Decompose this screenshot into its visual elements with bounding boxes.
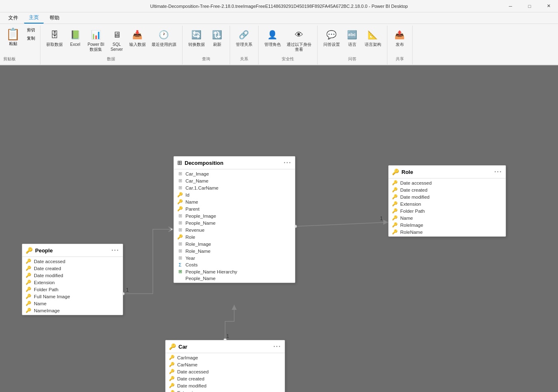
field-role[interactable]: 🔑 Role <box>174 233 295 240</box>
field-car-name[interactable]: ⊞ Car_Name <box>174 177 295 184</box>
p-field-folder-path[interactable]: 🔑 Folder Path <box>22 286 123 293</box>
r-field-roleimage[interactable]: 🔑 RoleImage <box>389 221 506 228</box>
transform-data-button[interactable]: 🔄 转换数据 <box>186 26 207 49</box>
language-icon: 🔤 <box>346 28 359 41</box>
relations-section-label: 关系 <box>240 56 248 64</box>
people-body: 🔑 Date accessed 🔑 Date created 🔑 Date mo… <box>22 257 123 315</box>
field-people-name[interactable]: ⊞ People_Name <box>174 219 295 226</box>
field-parent[interactable]: 🔑 Parent <box>174 205 295 212</box>
input-data-button[interactable]: 📥 输入数据 <box>127 26 148 49</box>
people-table-icon: 🔑 <box>26 247 33 254</box>
r-field-date-created[interactable]: 🔑 Date created <box>389 186 506 193</box>
field-people-image[interactable]: ⊞ People_Image <box>174 212 295 219</box>
qa-settings-icon: 💬 <box>325 28 338 41</box>
c-field-date-created[interactable]: 🔑 Date created <box>166 375 285 382</box>
role-name-label: Role_Name <box>185 249 211 254</box>
field-costs[interactable]: Σ Costs <box>174 261 295 268</box>
field-people-name-child[interactable]: People_Name <box>174 275 295 282</box>
ribbon-query-section: 🔄 转换数据 🔃 刷新 查询 <box>183 26 230 64</box>
field-role-name[interactable]: ⊞ Role_Name <box>174 247 295 254</box>
people-menu[interactable]: ··· <box>112 247 119 254</box>
p-extension-label: Extension <box>34 280 55 285</box>
role-menu[interactable]: ··· <box>494 168 502 176</box>
field-car-image[interactable]: ⊞ Car_Image <box>174 170 295 177</box>
sql-button[interactable]: 🖥 SQLServer <box>108 26 126 54</box>
get-data-button[interactable]: 🗄 获取数据 <box>44 26 65 49</box>
cut-button[interactable]: 剪切 <box>24 26 38 34</box>
language-button[interactable]: 🔤 语言 <box>343 26 361 49</box>
language-schema-button[interactable]: 📐 语言架构 <box>362 26 384 49</box>
ribbon-relations-section: 🔗 管理关系 关系 <box>230 26 259 64</box>
manage-roles-button[interactable]: 👤 管理角色 <box>262 26 283 49</box>
decomposition-menu[interactable]: ··· <box>284 159 292 166</box>
paste-button[interactable]: 📋 粘贴 <box>3 26 23 56</box>
c-date-accessed-label: Date accessed <box>177 369 209 374</box>
recent-sources-button[interactable]: 🕐 最近使用的源 <box>149 26 179 49</box>
field-name[interactable]: 🔑 Name <box>174 198 295 205</box>
menu-home[interactable]: 主页 <box>24 12 44 24</box>
data-section-label: 数据 <box>107 56 115 64</box>
car-menu[interactable]: ··· <box>273 343 281 350</box>
role-header: 🔑 Role ··· <box>389 166 506 178</box>
close-button[interactable]: ✕ <box>539 0 558 12</box>
p-field-extension[interactable]: 🔑 Extension <box>22 279 123 286</box>
parent-label: Parent <box>185 207 199 211</box>
view-as-button[interactable]: 👁 通过以下身份查看 <box>284 26 314 54</box>
p-field-full-name-image[interactable]: 🔑 Full Name Image <box>22 293 123 300</box>
field-role-image[interactable]: ⊞ Role_Image <box>174 240 295 247</box>
r-field-extension[interactable]: 🔑 Extension <box>389 200 506 207</box>
p-field-date-modified[interactable]: 🔑 Date modified <box>22 272 123 279</box>
menu-help[interactable]: 帮助 <box>45 13 64 23</box>
c-date-created-icon: 🔑 <box>169 376 175 381</box>
field-id[interactable]: 🔑 Id <box>174 191 295 198</box>
language-label: 语言 <box>348 42 356 47</box>
p-field-name[interactable]: 🔑 Name <box>22 300 123 307</box>
powerbi-dataset-button[interactable]: 📊 Power BI数据集 <box>85 26 107 54</box>
car-table[interactable]: 🔑 Car ··· 🔑 CarImage 🔑 CarName 🔑 Date ac… <box>165 340 285 392</box>
r-field-date-accessed[interactable]: 🔑 Date accessed <box>389 179 506 186</box>
p-field-date-accessed[interactable]: 🔑 Date accessed <box>22 258 123 265</box>
publish-icon: 📤 <box>393 28 406 41</box>
publish-button[interactable]: 📤 发布 <box>391 26 409 49</box>
people-image-icon: ⊞ <box>177 213 183 219</box>
manage-roles-icon: 👤 <box>266 28 279 41</box>
refresh-button[interactable]: 🔃 刷新 <box>208 26 226 49</box>
car-body: 🔑 CarImage 🔑 CarName 🔑 Date accessed 🔑 D… <box>166 353 285 392</box>
p-date-modified-label: Date modified <box>34 273 63 278</box>
r-field-rolename[interactable]: 🔑 RoleName <box>389 228 506 235</box>
field-year[interactable]: ⊞ Year <box>174 254 295 261</box>
c-field-extension[interactable]: 🔑 Extension <box>166 389 285 392</box>
c-field-date-accessed[interactable]: 🔑 Date accessed <box>166 368 285 375</box>
canvas[interactable]: 1 1 1 ⊞ Decomposition ··· ⊞ <box>0 65 558 392</box>
decomposition-table[interactable]: ⊞ Decomposition ··· ⊞ Car_Image ⊞ Car_Na… <box>173 156 295 283</box>
role-table[interactable]: 🔑 Role ··· 🔑 Date accessed 🔑 Date create… <box>388 165 506 237</box>
field-people-name-hierarchy[interactable]: ⊞ People_Name Hierarchy <box>174 268 295 275</box>
qa-settings-button[interactable]: 💬 问答设置 <box>321 26 342 49</box>
decomposition-header: ⊞ Decomposition ··· <box>174 157 295 169</box>
minimize-button[interactable]: ─ <box>501 0 520 12</box>
field-revenue[interactable]: ⊞ Revenue <box>174 226 295 233</box>
c-field-date-modified[interactable]: 🔑 Date modified <box>166 382 285 389</box>
refresh-icon: 🔃 <box>211 28 224 41</box>
role-title: Role <box>401 169 413 175</box>
r-field-folder-path[interactable]: 🔑 Folder Path <box>389 207 506 214</box>
c-field-carname[interactable]: 🔑 CarName <box>166 361 285 368</box>
people-table[interactable]: 🔑 People ··· 🔑 Date accessed 🔑 Date crea… <box>22 244 123 315</box>
p-field-nameimage[interactable]: 🔑 NameImage <box>22 307 123 314</box>
r-field-date-modified[interactable]: 🔑 Date modified <box>389 193 506 200</box>
c-field-carimage[interactable]: 🔑 CarImage <box>166 354 285 361</box>
decomp-role-line <box>295 222 388 226</box>
role-body: 🔑 Date accessed 🔑 Date created 🔑 Date mo… <box>389 178 506 236</box>
menu-file[interactable]: 文件 <box>3 13 23 23</box>
maximize-button[interactable]: □ <box>520 0 539 12</box>
car-image-label: Car_Image <box>185 171 209 176</box>
field-car1-carname[interactable]: ⊞ Car.1.CarName <box>174 184 295 191</box>
manage-relations-button[interactable]: 🔗 管理关系 <box>233 26 255 49</box>
r-field-name[interactable]: 🔑 Name <box>389 214 506 221</box>
car-image-icon: ⊞ <box>177 171 183 176</box>
excel-button[interactable]: 📗 Excel <box>66 26 84 49</box>
people-name-child-label: People_Name <box>185 276 216 281</box>
copy-button[interactable]: 复制 <box>24 35 38 42</box>
r-folder-path-label: Folder Path <box>400 209 425 214</box>
p-field-date-created[interactable]: 🔑 Date created <box>22 265 123 272</box>
